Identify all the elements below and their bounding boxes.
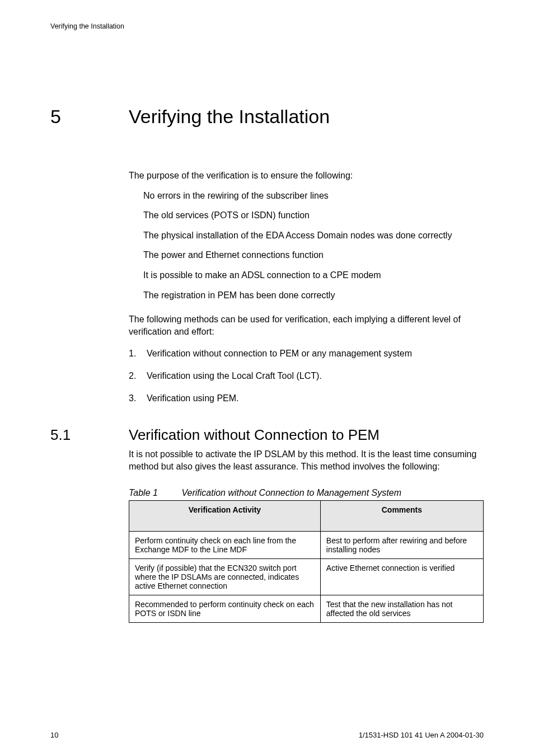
item-text: Verification using the Local Craft Tool … xyxy=(147,370,322,382)
item-number: 1. xyxy=(129,348,147,360)
table-row: Recommended to perform continuity check … xyxy=(129,595,484,623)
table-caption: Table 1 Verification without Connection … xyxy=(129,488,484,498)
list-item: It is possible to make an ADSL connectio… xyxy=(129,269,484,281)
table-header-row: Verification Activity Comments xyxy=(129,501,484,532)
table-row: Perform continuity check on each line fr… xyxy=(129,532,484,559)
page: Verifying the Installation 5 Verifying t… xyxy=(0,0,534,756)
list-item: The physical installation of the EDA Acc… xyxy=(129,229,484,242)
verification-goals-list: No errors in the rewiring of the subscri… xyxy=(129,190,484,302)
verification-table: Verification Activity Comments Perform c… xyxy=(129,500,484,623)
list-item: The power and Ethernet connections funct… xyxy=(129,249,484,261)
table-caption-text: Verification without Connection to Manag… xyxy=(181,488,401,497)
section-number: 5.1 xyxy=(50,426,129,444)
cell-comments: Test that the new installation has not a… xyxy=(320,595,483,623)
table-row: Verify (if possible) that the ECN320 swi… xyxy=(129,559,484,595)
item-text: Verification using PEM. xyxy=(147,392,239,405)
list-item: 3. Verification using PEM. xyxy=(129,392,484,405)
list-item: The registration in PEM has been done co… xyxy=(129,289,484,302)
item-number: 3. xyxy=(129,392,147,405)
methods-intro: The following methods can be used for ve… xyxy=(129,313,484,337)
cell-comments: Active Ethernet connection is verified xyxy=(320,559,483,595)
table-caption-label: Table 1 xyxy=(129,488,179,498)
list-item: 2. Verification using the Local Craft To… xyxy=(129,370,484,382)
item-number: 2. xyxy=(129,370,147,382)
section-body-paragraph: It is not possible to activate the IP DS… xyxy=(129,448,484,472)
document-id: 1/1531-HSD 101 41 Uen A 2004-01-30 xyxy=(359,731,484,739)
cell-activity: Perform continuity check on each line fr… xyxy=(129,532,321,559)
list-item: No errors in the rewiring of the subscri… xyxy=(129,190,484,202)
page-footer: 10 1/1531-HSD 101 41 Uen A 2004-01-30 xyxy=(50,731,484,739)
col-header-activity: Verification Activity xyxy=(129,501,321,532)
cell-activity: Verify (if possible) that the ECN320 swi… xyxy=(129,559,321,595)
methods-list: 1. Verification without connection to PE… xyxy=(129,348,484,404)
cell-comments: Best to perform after rewiring and befor… xyxy=(320,532,483,559)
chapter-title: Verifying the Installation xyxy=(129,106,330,128)
list-item: The old services (POTS or ISDN) function xyxy=(129,209,484,222)
running-head: Verifying the Installation xyxy=(50,22,484,30)
page-number: 10 xyxy=(50,731,58,739)
chapter-heading: 5 Verifying the Installation xyxy=(50,106,484,128)
list-item: 1. Verification without connection to PE… xyxy=(129,348,484,360)
chapter-number: 5 xyxy=(50,106,129,128)
intro-paragraph: The purpose of the verification is to en… xyxy=(129,170,484,182)
section-heading: 5.1 Verification without Connection to P… xyxy=(50,426,484,444)
item-text: Verification without connection to PEM o… xyxy=(147,348,412,360)
section-title: Verification without Connection to PEM xyxy=(129,426,380,444)
col-header-comments: Comments xyxy=(320,501,483,532)
cell-activity: Recommended to perform continuity check … xyxy=(129,595,321,623)
